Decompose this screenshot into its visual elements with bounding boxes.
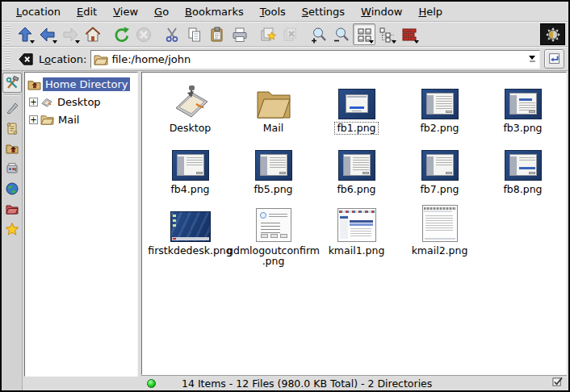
bookmark-star-icon <box>5 222 19 236</box>
statusbar: 14 Items - 12 Files (980.0 KB Total) - 2… <box>141 375 567 390</box>
file-label[interactable]: Desktop <box>167 122 214 135</box>
tree-view-button[interactable] <box>375 23 398 45</box>
tree-item-home-directory[interactable]: Home Directory <box>27 75 137 93</box>
expander-plus-icon[interactable] <box>29 115 38 124</box>
file-item-fb2[interactable]: fb2.png <box>398 79 481 135</box>
location-input[interactable]: file:/home/john <box>111 53 523 65</box>
close-tab-icon <box>282 26 300 44</box>
zoom-in-button[interactable] <box>308 23 330 45</box>
new-tab-button[interactable] <box>257 23 279 45</box>
menu-view[interactable]: View <box>105 3 146 20</box>
up-button[interactable] <box>14 23 36 45</box>
thumbnail-fb7 <box>421 150 459 181</box>
menu-bookmarks[interactable]: Bookmarks <box>177 3 252 20</box>
tree-item-desktop[interactable]: Desktop <box>29 93 137 111</box>
print-icon <box>231 26 249 44</box>
file-item-fb5[interactable]: fb5.png <box>232 140 315 196</box>
file-label[interactable]: fb7.png <box>417 183 461 196</box>
back-button[interactable] <box>36 23 59 45</box>
file-label[interactable]: kmail1.png <box>326 244 388 257</box>
location-dropdown-button[interactable] <box>526 56 538 62</box>
cut-scissors-icon <box>163 26 181 44</box>
up-dropdown-arrow[interactable] <box>30 40 35 44</box>
thumbnail-gdmlogoutconfirm <box>256 208 291 242</box>
sidebar-tab-services[interactable] <box>2 158 22 178</box>
file-label[interactable]: gdmlogoutconfirm.png <box>224 244 322 269</box>
sidebar-tab-root-folder[interactable] <box>2 198 22 219</box>
file-item-kmail2[interactable]: kmail2.png <box>398 202 481 269</box>
file-item-desktop[interactable]: Desktop <box>149 79 232 135</box>
zoom-out-magnifier-icon <box>333 26 350 44</box>
menu-help[interactable]: Help <box>410 3 451 20</box>
red-folder-icon <box>5 202 19 216</box>
thumbnail-fb3 <box>505 89 542 119</box>
file-item-gdmlogoutconfirm[interactable]: gdmlogoutconfirm.png <box>232 202 315 269</box>
thumbnail-fb8 <box>505 150 542 181</box>
menu-window[interactable]: Window <box>353 3 410 20</box>
file-item-kmail1[interactable]: kmail1.png <box>315 202 398 269</box>
sidebar-tab-home-directory[interactable] <box>2 138 22 158</box>
sidebar-tab-history[interactable] <box>2 118 22 138</box>
print-button[interactable] <box>228 23 251 45</box>
file-label[interactable]: fb8.png <box>501 183 544 196</box>
file-item-fb6[interactable]: fb6.png <box>315 140 398 196</box>
file-label[interactable]: fb4.png <box>168 183 212 196</box>
file-item-mail[interactable]: Mail <box>232 79 315 135</box>
file-label[interactable]: Mail <box>261 122 286 135</box>
konqueror-throbber[interactable] <box>540 23 565 45</box>
configure-tools-icon <box>5 76 19 90</box>
thumbnail-fb6 <box>338 150 375 181</box>
file-label[interactable]: fb1.png <box>334 122 378 135</box>
file-item-fb7[interactable]: fb7.png <box>398 140 481 196</box>
reload-button[interactable] <box>110 23 132 45</box>
file-item-fb1[interactable]: fb1.png <box>315 79 398 135</box>
file-item-fb3[interactable]: fb3.png <box>481 79 564 135</box>
menu-edit[interactable]: Edit <box>69 3 105 20</box>
file-item-firstkdedesk[interactable]: firstkdedesk.png <box>149 202 232 269</box>
locationbar-drag-handle[interactable] <box>5 50 10 69</box>
multicolumn-view-button[interactable] <box>398 23 421 45</box>
toolbar-drag-handle[interactable] <box>5 25 10 44</box>
link-view-checkbox-icon[interactable] <box>552 377 563 390</box>
folder-icon <box>40 114 54 125</box>
file-label[interactable]: fb2.png <box>417 122 461 135</box>
menu-settings[interactable]: Settings <box>294 3 353 20</box>
sidebar-tab-history-arrow[interactable] <box>2 98 22 118</box>
cut-button[interactable] <box>161 23 183 45</box>
menu-tools[interactable]: Tools <box>252 3 294 20</box>
copy-button[interactable] <box>183 23 206 45</box>
tree-item-mail[interactable]: Mail <box>29 111 137 128</box>
icon-view-dropdown-arrow[interactable] <box>369 40 374 44</box>
folder-icon <box>94 53 108 65</box>
file-label[interactable]: kmail2.png <box>409 244 471 257</box>
back-dropdown-arrow[interactable] <box>52 40 57 44</box>
content-area: Home Directory Desktop Mail Desktop <box>2 71 568 390</box>
thumbnail-fb5 <box>255 150 292 181</box>
location-combobox[interactable]: file:/home/john <box>90 50 540 69</box>
sidebar-tab-configure[interactable] <box>2 73 22 93</box>
zoom-out-button[interactable] <box>330 23 353 45</box>
file-item-fb8[interactable]: fb8.png <box>481 140 564 196</box>
file-icon-view[interactable]: Desktop Mail fb1.png fb2.png <box>141 72 567 375</box>
menu-go[interactable]: Go <box>146 3 177 20</box>
file-item-fb4[interactable]: fb4.png <box>149 140 232 196</box>
sidebar-tab-bookmarks[interactable] <box>2 219 22 239</box>
multicolumn-view-dropdown-arrow[interactable] <box>414 40 419 44</box>
thumbnail-kmail1 <box>337 208 376 242</box>
globe-icon <box>5 181 19 196</box>
expander-plus-icon[interactable] <box>29 98 38 106</box>
file-label[interactable]: fb3.png <box>501 122 544 135</box>
clear-location-button[interactable] <box>18 51 35 68</box>
copy-icon <box>186 26 203 44</box>
file-label[interactable]: firstkdedesk.png <box>145 244 234 257</box>
thumbnail-fb2 <box>421 89 459 119</box>
menu-location[interactable]: Location <box>8 3 69 20</box>
tree-view-dropdown-arrow[interactable] <box>392 40 396 44</box>
sidebar-tab-network[interactable] <box>2 178 22 198</box>
home-button[interactable] <box>82 23 104 45</box>
go-button[interactable] <box>544 49 564 69</box>
file-label[interactable]: fb5.png <box>251 183 295 196</box>
icon-view-button[interactable] <box>353 23 375 45</box>
file-label[interactable]: fb6.png <box>334 183 378 196</box>
paste-button[interactable] <box>206 23 228 45</box>
